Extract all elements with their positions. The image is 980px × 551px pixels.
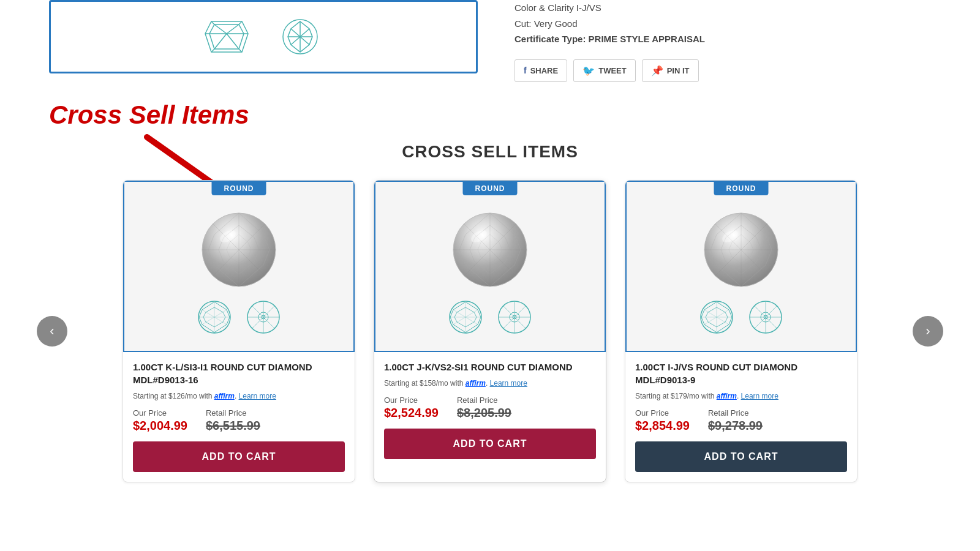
affirm-learn-more-3[interactable]: Learn more <box>741 392 778 400</box>
svg-line-8 <box>214 24 227 34</box>
carousel-next-button[interactable]: › <box>913 316 943 347</box>
diamond-views-2 <box>447 299 533 338</box>
pin-button[interactable]: 📌 PIN IT <box>642 59 699 82</box>
card-image-box-1: ROUND <box>123 181 355 352</box>
round-badge-3: ROUND <box>714 182 769 195</box>
price-row-2: Our Price $2,524.99 Retail Price $8,205.… <box>384 395 596 420</box>
facebook-icon: f <box>524 66 527 75</box>
our-price-block-2: Our Price $2,524.99 <box>384 395 439 420</box>
pin-label: PIN IT <box>667 66 690 75</box>
retail-price-block-1: Retail Price $6,515.99 <box>206 408 260 433</box>
tweet-label: TWEET <box>598 66 627 75</box>
diamond-sketches <box>202 15 325 58</box>
cards-container: ROUND <box>80 180 900 483</box>
diamond-star-view-1 <box>245 299 282 338</box>
diamond-main-3 <box>698 207 784 293</box>
share-label: SHARE <box>530 66 559 75</box>
retail-price-block-2: Retail Price $8,205.99 <box>457 395 511 420</box>
product-info: Color & Clarity I-J/VS Cut: Very Good Ce… <box>514 0 931 82</box>
diamond-sketch-1 <box>202 15 251 58</box>
retail-price-label-2: Retail Price <box>457 395 511 405</box>
cross-sell-annotation-label: Cross Sell Items <box>49 100 249 130</box>
our-price-label-2: Our Price <box>384 395 439 405</box>
product-card-2: ROUND <box>374 180 606 483</box>
affirm-logo-2: affirm <box>466 379 486 388</box>
twitter-icon: 🐦 <box>582 65 595 77</box>
product-image-area <box>49 0 478 82</box>
our-price-label-3: Our Price <box>635 408 690 418</box>
diamond-star-view-2 <box>496 299 533 338</box>
retail-price-block-3: Retail Price $9,278.99 <box>708 408 763 433</box>
chevron-right-icon: › <box>925 323 930 339</box>
affirm-text-3: Starting at $179/mo with affirm. Learn m… <box>635 391 847 402</box>
round-badge-2: ROUND <box>463 182 518 195</box>
card-image-box-2: ROUND <box>374 181 606 352</box>
retail-price-label-1: Retail Price <box>206 408 260 418</box>
diamond-main-2 <box>447 207 533 293</box>
svg-marker-1 <box>209 24 244 49</box>
card-title-1: 1.00CT K-L/SI3-I1 ROUND CUT DIAMOND MDL#… <box>133 361 345 386</box>
diamond-top-view-2 <box>447 299 484 338</box>
annotation-area: Cross Sell Items <box>0 100 980 136</box>
card-image-box-3: ROUND <box>625 181 857 352</box>
card-title-3: 1.00CT I-J/VS ROUND CUT DIAMOND MDL#D901… <box>635 361 847 386</box>
affirm-learn-more-1[interactable]: Learn more <box>239 392 276 400</box>
diamond-star-view-3 <box>747 299 784 338</box>
product-card-1: ROUND <box>123 180 355 483</box>
affirm-logo-1: affirm <box>214 392 235 400</box>
retail-price-value-3: $9,278.99 <box>708 419 763 433</box>
affirm-learn-more-2[interactable]: Learn more <box>490 379 527 388</box>
carousel-wrapper: ‹ ROUND <box>0 180 980 483</box>
svg-line-9 <box>227 24 239 34</box>
affirm-logo-3: affirm <box>717 392 737 400</box>
diamond-views-3 <box>698 299 784 338</box>
our-price-label-1: Our Price <box>133 408 187 418</box>
affirm-text-1: Starting at $126/mo with affirm. Learn m… <box>133 391 345 402</box>
our-price-value-3: $2,854.99 <box>635 419 690 433</box>
retail-price-label-3: Retail Price <box>708 408 763 418</box>
diamond-main-1 <box>196 207 282 293</box>
product-card-3: ROUND <box>625 180 858 483</box>
our-price-value-2: $2,524.99 <box>384 406 439 420</box>
product-image-box <box>49 0 478 73</box>
card-content-1: 1.00CT K-L/SI3-I1 ROUND CUT DIAMOND MDL#… <box>123 352 355 482</box>
color-clarity: Color & Clarity I-J/VS <box>514 0 931 16</box>
our-price-block-1: Our Price $2,004.99 <box>133 408 187 433</box>
section-title: CROSS SELL ITEMS <box>0 142 980 162</box>
social-buttons: f SHARE 🐦 TWEET 📌 PIN IT <box>514 59 931 82</box>
diamond-sketch-2 <box>276 15 325 58</box>
product-details: Color & Clarity I-J/VS Cut: Very Good Ce… <box>514 0 931 47</box>
price-row-1: Our Price $2,004.99 Retail Price $6,515.… <box>133 408 345 433</box>
carousel-prev-button[interactable]: ‹ <box>37 316 67 347</box>
round-badge-1: ROUND <box>212 182 266 195</box>
add-to-cart-button-3[interactable]: ADD TO CART <box>635 441 847 472</box>
svg-line-11 <box>227 34 239 49</box>
add-to-cart-button-2[interactable]: ADD TO CART <box>384 429 596 459</box>
svg-marker-0 <box>205 21 248 52</box>
svg-line-12 <box>214 34 227 49</box>
affirm-text-2: Starting at $158/mo with affirm. Learn m… <box>384 378 596 389</box>
card-content-3: 1.00CT I-J/VS ROUND CUT DIAMOND MDL#D901… <box>625 352 857 482</box>
tweet-button[interactable]: 🐦 TWEET <box>573 59 636 82</box>
share-button[interactable]: f SHARE <box>514 59 567 82</box>
our-price-value-1: $2,004.99 <box>133 419 187 433</box>
add-to-cart-button-1[interactable]: ADD TO CART <box>133 441 345 472</box>
diamond-top-view-1 <box>196 299 233 338</box>
diamond-views-1 <box>196 299 282 338</box>
chevron-left-icon: ‹ <box>50 323 54 339</box>
pinterest-icon: 📌 <box>651 65 663 77</box>
certificate-type: Certificate Type: PRIME STYLE APPRAISAL <box>514 31 931 47</box>
diamond-top-view-3 <box>698 299 735 338</box>
retail-price-value-2: $8,205.99 <box>457 406 511 420</box>
top-section: Color & Clarity I-J/VS Cut: Very Good Ce… <box>0 0 980 100</box>
price-row-3: Our Price $2,854.99 Retail Price $9,278.… <box>635 408 847 433</box>
card-content-2: 1.00CT J-K/VS2-SI1 ROUND CUT DIAMOND Sta… <box>374 352 606 470</box>
our-price-block-3: Our Price $2,854.99 <box>635 408 690 433</box>
cut: Cut: Very Good <box>514 16 931 32</box>
retail-price-value-1: $6,515.99 <box>206 419 260 433</box>
card-title-2: 1.00CT J-K/VS2-SI1 ROUND CUT DIAMOND <box>384 361 596 373</box>
